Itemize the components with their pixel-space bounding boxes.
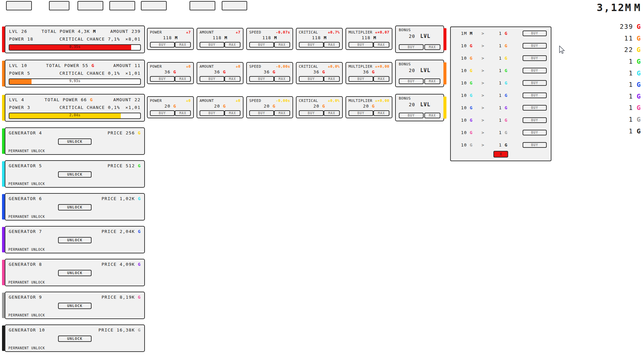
upgrade-label: AMOUNT [200,64,214,69]
convert-from-amount: 10 [455,43,467,48]
toolbar-button-rank[interactable] [190,1,215,10]
generator-title: GENERATOR 10 [9,327,45,333]
max-button[interactable]: MAX [324,76,340,82]
generator-title: GENERATOR 8 [9,262,42,267]
upgrade-delta: -0,07s [276,30,290,35]
currency-symbol: G [637,104,641,112]
max-button[interactable]: MAX [224,76,240,82]
generator-amount: AMOUNT 239 [110,29,141,34]
buy-button[interactable]: BUY [348,110,373,116]
max-button[interactable]: MAX [424,44,440,50]
buy-button[interactable]: BUY [200,76,224,82]
buy-button[interactable]: BUY [348,42,373,48]
convert-from-symbol: G [467,56,476,61]
generator-critical-chance: CRITICAL CHANCE 7,1%×8,01 [59,37,141,42]
generator-total-power: TOTAL POWER 66 G [45,97,93,102]
convert-buy-button[interactable]: BUY [523,93,547,98]
convert-buy-button[interactable]: BUY [523,117,547,123]
currency-symbol: M [373,35,376,40]
buy-button[interactable]: BUY [299,76,324,82]
convert-buy-button[interactable]: BUY [523,142,547,148]
currency-symbol: G [322,104,325,109]
max-button[interactable]: MAX [175,76,191,82]
currency-amount: 11 [624,35,633,42]
buy-button[interactable]: BUY [150,110,175,116]
max-button[interactable]: MAX [224,110,240,116]
bonus-tier-stripe [443,28,446,50]
unlock-button[interactable]: UNLOCK [58,138,92,145]
convert-buy-button[interactable]: BUY [523,105,547,111]
currency-row: 1 G [629,67,642,79]
convert-buy-button[interactable]: BUY [523,43,547,49]
upgrade-card: AMOUNT +0 36 G BUY MAX [197,62,244,84]
max-button[interactable]: MAX [424,113,440,118]
buy-button[interactable]: BUY [249,76,274,82]
max-button[interactable]: MAX [324,42,340,48]
convert-to-amount: 1 [490,43,502,48]
convert-from-symbol: G [467,118,476,123]
main-currency-amount: 3,12M [597,2,632,13]
unlock-button[interactable]: UNLOCK [58,336,92,342]
currency-symbol: G [223,69,226,74]
chevron-right-icon: > [476,130,490,135]
max-button[interactable]: MAX [175,42,191,48]
buy-button[interactable]: BUY [399,44,424,50]
buy-button[interactable]: BUY [150,76,175,82]
convert-to-symbol: G [502,31,511,36]
unlock-button[interactable]: UNLOCK [58,237,92,243]
convert-buy-button[interactable]: BUY [523,68,547,73]
buy-button[interactable]: BUY [348,76,373,82]
max-button[interactable]: MAX [274,110,290,116]
buy-button[interactable]: BUY [399,113,424,118]
upgrade-label: POWER [150,64,162,69]
unlock-button[interactable]: UNLOCK [58,204,92,210]
upgrade-label: MULTIPLIER [348,64,372,69]
toolbar-button-goals[interactable] [109,1,135,10]
max-button[interactable]: MAX [224,42,240,48]
buy-button[interactable]: BUY [249,42,274,48]
max-button[interactable]: MAX [274,76,290,82]
upgrade-price: 118 M [150,35,191,40]
max-button[interactable]: MAX [274,42,290,48]
buy-button[interactable]: BUY [200,110,224,116]
toolbar-button-menu[interactable] [6,1,32,10]
convert-buy-button[interactable]: BUY [523,31,547,36]
unlock-button[interactable]: UNLOCK [58,303,92,309]
upgrade-price: 36 G [299,69,340,74]
toolbar-button-stats[interactable] [49,1,69,10]
buy-button[interactable]: BUY [200,42,224,48]
max-button[interactable]: MAX [373,76,389,82]
convert-from-amount: 10 [455,93,467,98]
currency-symbol: G [372,69,375,74]
toolbar-button-convert[interactable] [77,1,103,10]
unlock-button[interactable]: UNLOCK [58,270,92,276]
max-button[interactable]: MAX [324,110,340,116]
convert-buy-button[interactable]: BUY [523,80,547,86]
buy-button[interactable]: BUY [299,110,324,116]
toolbar-button-help[interactable] [222,1,247,10]
critical-multiplier: ×1,01 [125,71,141,76]
upgrade-card: AMOUNT +0 20 G BUY MAX [197,96,244,118]
convert-row: 10 G > 1 G BUY [451,89,551,102]
buy-button[interactable]: BUY [299,42,324,48]
chevron-right-icon: > [476,56,490,61]
max-button[interactable]: MAX [373,110,389,116]
buy-button[interactable]: BUY [249,110,274,116]
max-button[interactable]: MAX [424,78,440,84]
generator-progress-bar: 0,35s [9,44,141,51]
close-button[interactable]: X [493,151,508,158]
buy-button[interactable]: BUY [150,42,175,48]
currency-symbol: M [274,35,277,40]
upgrade-label: SPEED [249,99,261,103]
max-button[interactable]: MAX [373,42,389,48]
unlock-button[interactable]: UNLOCK [58,171,92,178]
upgrade-delta: +×0,00 [375,64,389,69]
max-button[interactable]: MAX [175,110,191,116]
convert-row: 1M M > 1 G BUY [451,27,551,40]
toolbar-button-global[interactable] [141,1,167,10]
convert-buy-button[interactable]: BUY [523,130,547,135]
buy-button[interactable]: BUY [399,78,424,84]
progress-time: 2,04s [9,113,140,118]
convert-buy-button[interactable]: BUY [523,55,547,61]
upgrade-price: 20 G [249,104,290,109]
